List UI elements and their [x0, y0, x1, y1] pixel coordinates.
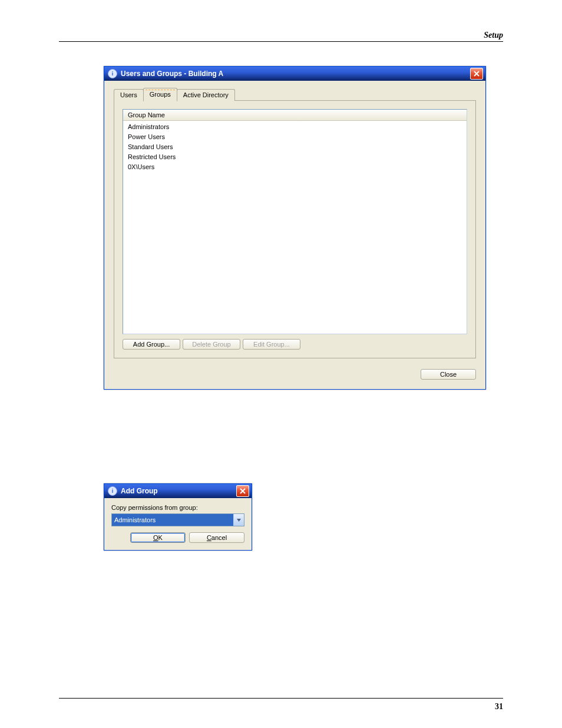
app-icon: i	[108, 69, 117, 78]
tab-groups[interactable]: Groups	[143, 88, 177, 101]
tab-label: Users	[120, 91, 137, 98]
titlebar[interactable]: i Users and Groups - Building A	[104, 67, 485, 81]
close-icon[interactable]	[470, 68, 483, 80]
tab-panel-groups: Group Name Administrators Power Users St…	[114, 100, 476, 358]
close-icon[interactable]	[236, 485, 249, 497]
combo-selected-value: Administrators	[112, 514, 233, 526]
copy-permissions-combo[interactable]: Administrators	[111, 513, 244, 526]
add-group-button[interactable]: Add Group...	[123, 339, 180, 350]
delete-group-button[interactable]: Delete Group	[183, 339, 240, 350]
list-item[interactable]: Power Users	[127, 132, 463, 142]
ok-mnemonic: O	[153, 534, 158, 541]
tab-active-directory[interactable]: Active Directory	[177, 89, 235, 101]
copy-permissions-label: Copy permissions from group:	[111, 504, 244, 511]
page-number: 31	[495, 702, 503, 711]
titlebar[interactable]: i Add Group	[104, 484, 252, 498]
tab-label: Groups	[150, 91, 171, 98]
tab-label: Active Directory	[183, 91, 229, 98]
cancel-rest: ancel	[211, 534, 227, 541]
dialog-title: Users and Groups - Building A	[121, 70, 223, 78]
ok-button[interactable]: OK	[130, 532, 186, 543]
cancel-button[interactable]: Cancel	[189, 532, 244, 543]
column-header-group-name[interactable]: Group Name	[123, 110, 467, 121]
list-item[interactable]: 0X\Users	[127, 162, 463, 172]
ok-rest: K	[158, 534, 163, 541]
tab-strip: Users Groups Active Directory	[114, 88, 476, 101]
page-header-section: Setup	[484, 31, 503, 40]
edit-group-button[interactable]: Edit Group...	[243, 339, 300, 350]
app-icon: i	[108, 486, 117, 496]
cancel-mnemonic: C	[207, 534, 211, 541]
dialog-title: Add Group	[121, 487, 158, 495]
users-and-groups-dialog: i Users and Groups - Building A Users Gr…	[104, 66, 486, 390]
close-button[interactable]: Close	[421, 369, 476, 380]
list-item[interactable]: Standard Users	[127, 142, 463, 152]
chevron-down-icon[interactable]	[233, 514, 244, 526]
tab-users[interactable]: Users	[114, 89, 144, 101]
group-list[interactable]: Group Name Administrators Power Users St…	[123, 109, 467, 334]
footer-rule	[59, 698, 503, 699]
list-item[interactable]: Administrators	[127, 122, 463, 132]
header-rule	[59, 41, 503, 42]
add-group-dialog: i Add Group Copy permissions from group:…	[104, 483, 252, 551]
list-item[interactable]: Restricted Users	[127, 152, 463, 162]
